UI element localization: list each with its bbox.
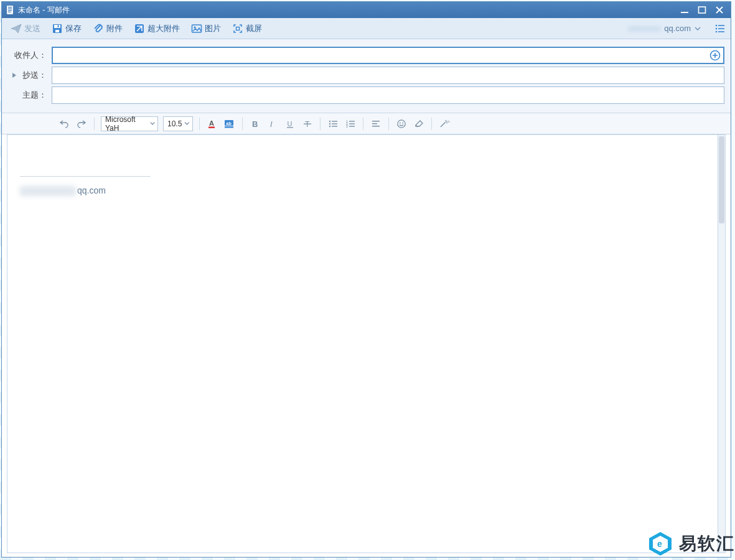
subject-label: 主题： xyxy=(8,90,52,101)
svg-rect-46 xyxy=(372,123,377,124)
big-attach-label: 超大附件 xyxy=(147,23,180,34)
more-format-button[interactable] xyxy=(438,118,451,130)
app-icon xyxy=(6,5,14,15)
underline-button[interactable]: U xyxy=(284,118,296,130)
window-title: 未命名 - 写邮件 xyxy=(18,5,680,16)
undo-button[interactable] xyxy=(58,118,70,130)
svg-rect-32 xyxy=(304,123,311,124)
font-color-button[interactable]: A xyxy=(206,118,218,130)
svg-rect-6 xyxy=(699,7,706,13)
eraser-icon xyxy=(414,119,424,129)
svg-point-37 xyxy=(329,125,330,126)
attach-button[interactable]: 附件 xyxy=(89,21,126,36)
watermark-logo: e 易软汇 xyxy=(647,530,735,558)
svg-rect-45 xyxy=(372,121,380,122)
emoji-icon xyxy=(396,119,406,129)
svg-point-35 xyxy=(329,123,330,124)
svg-rect-20 xyxy=(718,31,724,32)
svg-text:3: 3 xyxy=(346,124,348,128)
to-row: 收件人： xyxy=(8,47,724,64)
chevron-down-icon xyxy=(150,121,155,126)
svg-rect-26 xyxy=(225,126,233,128)
svg-text:A: A xyxy=(209,119,214,127)
svg-point-48 xyxy=(398,119,405,127)
list-icon xyxy=(714,23,726,34)
svg-rect-3 xyxy=(8,10,12,11)
hexagon-icon: e xyxy=(647,530,674,558)
screenshot-label: 截屏 xyxy=(246,23,262,34)
attach-label: 附件 xyxy=(106,23,123,34)
ul-button[interactable] xyxy=(327,118,339,130)
svg-text:ab: ab xyxy=(227,121,232,125)
vertical-scrollbar[interactable] xyxy=(718,134,726,553)
signature-email: qq.com xyxy=(20,185,705,196)
clear-format-button[interactable] xyxy=(413,118,425,130)
svg-rect-34 xyxy=(332,121,337,121)
screenshot-button[interactable]: 截屏 xyxy=(228,21,266,36)
strikethrough-button[interactable]: T xyxy=(301,118,314,130)
save-icon xyxy=(52,23,63,34)
cc-row: 抄送： xyxy=(8,67,724,84)
more-options-button[interactable] xyxy=(714,23,726,34)
account-user-blurred: xxxxxxxx xyxy=(628,24,660,33)
signature-domain: qq.com xyxy=(77,185,106,195)
add-contact-button[interactable] xyxy=(709,50,721,61)
svg-rect-10 xyxy=(58,25,59,27)
svg-rect-1 xyxy=(8,7,12,7)
main-toolbar: 发送 保存 附件 超大附件 图片 截屏 xxxxxxxx qq.com xyxy=(2,18,731,39)
insert-image-button[interactable]: 图片 xyxy=(187,21,225,36)
close-button[interactable] xyxy=(714,5,724,15)
svg-point-50 xyxy=(402,122,403,123)
align-button[interactable] xyxy=(370,118,382,130)
subject-input[interactable] xyxy=(52,86,724,104)
image-label: 图片 xyxy=(205,23,221,34)
signature-separator xyxy=(20,176,151,177)
image-icon xyxy=(191,23,202,34)
cc-label: 抄送： xyxy=(22,70,47,81)
highlight-button[interactable]: ab xyxy=(223,118,236,130)
chevron-down-icon xyxy=(184,121,190,126)
svg-text:e: e xyxy=(657,539,663,549)
highlight-icon: ab xyxy=(224,119,235,129)
title-bar: 未命名 - 写邮件 xyxy=(2,2,731,18)
bold-button[interactable]: B xyxy=(249,118,261,130)
svg-rect-47 xyxy=(372,126,380,127)
svg-point-19 xyxy=(716,30,718,32)
svg-point-49 xyxy=(400,122,401,123)
redo-button[interactable] xyxy=(75,118,88,130)
scrollbar-thumb[interactable] xyxy=(719,136,724,223)
italic-button[interactable]: I xyxy=(266,118,279,130)
watermark-text: 易软汇 xyxy=(679,532,735,556)
svg-rect-44 xyxy=(349,126,355,126)
subject-row: 主题： xyxy=(8,86,724,104)
italic-icon: I xyxy=(268,119,277,128)
emoji-button[interactable] xyxy=(395,118,408,130)
svg-rect-23 xyxy=(208,126,215,128)
svg-rect-2 xyxy=(8,9,12,9)
svg-rect-36 xyxy=(332,123,337,124)
expand-cc-button[interactable] xyxy=(11,72,17,78)
font-size-select[interactable]: 10.5 xyxy=(163,116,193,131)
ol-button[interactable]: 123 xyxy=(344,118,357,130)
big-attach-button[interactable]: 超大附件 xyxy=(130,21,184,36)
send-button[interactable]: 发送 xyxy=(7,21,44,36)
editor-canvas[interactable]: qq.com xyxy=(7,134,718,553)
wand-icon xyxy=(439,119,450,129)
minimize-button[interactable] xyxy=(680,5,690,15)
svg-rect-40 xyxy=(349,121,355,121)
paperclip-icon xyxy=(93,23,104,34)
redo-icon xyxy=(77,119,87,129)
svg-text:I: I xyxy=(270,119,273,128)
save-button[interactable]: 保存 xyxy=(48,21,85,36)
account-selector[interactable]: xxxxxxxx qq.com xyxy=(624,22,705,35)
to-input[interactable] xyxy=(52,47,724,64)
svg-rect-30 xyxy=(287,127,293,128)
maximize-button[interactable] xyxy=(697,5,707,15)
underline-icon: U xyxy=(286,119,294,128)
editor-body[interactable]: qq.com xyxy=(7,135,718,208)
svg-text:B: B xyxy=(252,119,258,128)
header-fields: 收件人： 抄送： 主题： xyxy=(2,39,731,113)
screenshot-icon xyxy=(232,23,243,34)
font-family-select[interactable]: Microsoft YaH xyxy=(101,116,158,131)
cc-input[interactable] xyxy=(52,67,724,84)
